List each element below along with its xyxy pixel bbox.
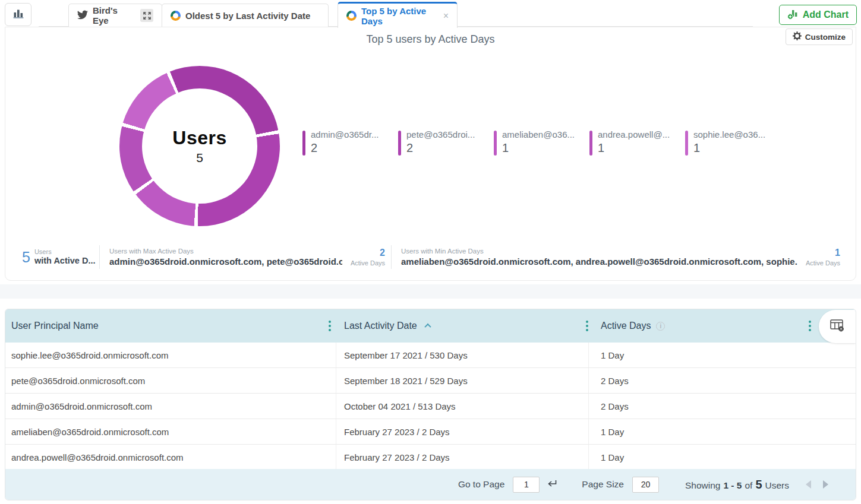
go-arrow-icon[interactable]	[547, 479, 557, 490]
stat-max-number-label: Active Days	[342, 259, 385, 267]
stat-min-active-days: Users with Min Active Days ameliaben@o36…	[392, 248, 849, 267]
legend-item[interactable]: andrea.powell@...1	[589, 129, 685, 156]
table-row[interactable]: pete@o365droid.onmicrosoft.comSeptember …	[5, 368, 856, 394]
stat-min-number-label: Active Days	[797, 259, 840, 267]
column-menu-icon[interactable]	[809, 321, 811, 331]
go-to-page-input[interactable]	[513, 477, 540, 493]
stats-strip: 5 Users with Active D... Users with Max …	[12, 242, 849, 272]
legend-label: andrea.powell@...	[598, 129, 670, 140]
page-size-input[interactable]	[632, 477, 659, 493]
stat-min-label: Users with Min Active Days	[401, 248, 797, 255]
table-cell: sophie.lee@o365droid.onmicrosoft.com	[5, 343, 336, 367]
legend-label: sophie.lee@o36...	[693, 129, 765, 140]
table-header: User Principal Name Last Activity Date A…	[5, 309, 856, 343]
donut-center: Users 5	[142, 88, 257, 204]
chart-title: Top 5 users by Active Days	[5, 33, 856, 46]
legend-item[interactable]: sophie.lee@o36...1	[685, 129, 781, 156]
table-cell: October 04 2021 / 513 Days	[336, 394, 589, 419]
legend-swatch	[589, 131, 592, 156]
legend-item[interactable]: admin@o365dr...2	[302, 129, 398, 156]
table-row[interactable]: andrea.powell@o365droid.onmicrosoft.comF…	[5, 445, 856, 470]
users-table: User Principal Name Last Activity Date A…	[5, 309, 856, 500]
chart-panel: Customize Top 5 users by Active Days Use…	[5, 27, 856, 281]
add-chart-icon	[787, 8, 799, 22]
legend-label: admin@o365dr...	[311, 129, 379, 140]
table-row[interactable]: sophie.lee@o365droid.onmicrosoft.comSept…	[5, 343, 856, 368]
table-cell: February 27 2023 / 2 Days	[336, 445, 589, 470]
close-icon[interactable]: ×	[443, 11, 449, 21]
expand-icon[interactable]	[140, 9, 153, 22]
page-size-label: Page Size	[582, 479, 624, 490]
showing-summary: Showing 1 - 5 of 5 Users	[685, 478, 789, 492]
legend-swatch	[398, 131, 401, 156]
tab-label: Top 5 by Active Days	[361, 6, 436, 26]
table-cell: ameliaben@o365droid.onmicrosoft.com	[5, 419, 336, 444]
stat-min-value: ameliaben@o365droid.onmicrosoft.com, and…	[401, 256, 797, 267]
section-divider	[0, 284, 861, 299]
next-page-icon[interactable]	[823, 480, 828, 489]
stat-min-number: 1	[797, 248, 840, 258]
column-header-active-days[interactable]: Active Days i	[589, 309, 856, 343]
go-to-page-label: Go to Page	[458, 479, 504, 490]
column-settings-button[interactable]	[819, 310, 856, 343]
table-row[interactable]: ameliaben@o365droid.onmicrosoft.comFebru…	[5, 419, 856, 445]
donut-center-label: Users	[172, 127, 226, 149]
legend-label: ameliaben@o36...	[502, 129, 575, 140]
legend-value: 1	[693, 141, 765, 155]
table-cell: 2 Days	[589, 368, 856, 393]
bar-chart-icon	[12, 7, 25, 22]
donut-chart-icon	[346, 11, 357, 21]
table-cell: September 17 2021 / 530 Days	[336, 343, 589, 367]
showing-range: 1 - 5	[723, 480, 742, 491]
table-cell: 1 Day	[589, 419, 856, 444]
previous-page-icon[interactable]	[806, 480, 811, 489]
column-header-last-activity[interactable]: Last Activity Date	[336, 309, 589, 343]
tab-oldest-5[interactable]: Oldest 5 by Last Activity Date	[162, 4, 329, 27]
legend-value: 1	[502, 141, 575, 155]
column-menu-icon[interactable]	[329, 321, 331, 331]
table-cell: September 18 2021 / 529 Days	[336, 368, 589, 393]
table-cell: 2 Days	[589, 394, 856, 419]
info-icon[interactable]: i	[656, 322, 665, 331]
legend-value: 2	[311, 141, 379, 155]
legend-item[interactable]: pete@o365droi...2	[398, 129, 494, 156]
table-cell: 1 Day	[589, 343, 856, 367]
legend-swatch	[494, 131, 497, 156]
stat-max-value: admin@o365droid.onmicrosoft.com, pete@o3…	[109, 256, 342, 267]
tab-top-5-active[interactable]: Top 5 by Active Days ×	[338, 2, 458, 28]
legend-value: 2	[406, 141, 475, 155]
table-body: sophie.lee@o365droid.onmicrosoft.comSept…	[5, 343, 856, 470]
stat-users-count: 5 Users with Active D...	[12, 248, 99, 266]
stat-max-label: Users with Max Active Days	[109, 248, 342, 255]
table-settings-icon	[830, 318, 845, 335]
showing-total: 5	[755, 478, 762, 492]
legend-value: 1	[598, 141, 670, 155]
table-cell: 1 Day	[589, 445, 856, 470]
add-chart-button[interactable]: Add Chart	[779, 5, 857, 25]
legend-swatch	[685, 131, 688, 156]
donut-center-value: 5	[196, 151, 203, 165]
legend-swatch	[302, 131, 305, 156]
sort-asc-icon	[424, 324, 431, 330]
tab-label: Bird's Eye	[93, 5, 135, 26]
stat-users-number: 5	[22, 249, 30, 266]
column-menu-icon[interactable]	[586, 321, 588, 331]
table-cell: andrea.powell@o365droid.onmicrosoft.com	[5, 445, 336, 470]
stat-max-number: 2	[342, 248, 385, 258]
chart-legend: admin@o365dr...2pete@o365droi...2ameliab…	[302, 129, 781, 156]
stat-users-label-bottom: with Active D...	[34, 256, 96, 266]
table-row[interactable]: admin@o365droid.onmicrosoft.comOctober 0…	[5, 394, 856, 419]
legend-item[interactable]: ameliaben@o36...1	[494, 129, 589, 156]
column-header-upn[interactable]: User Principal Name	[5, 309, 336, 343]
tab-label: Oldest 5 by Last Activity Date	[185, 11, 310, 21]
chart-list-button[interactable]	[5, 3, 31, 26]
table-footer: Go to Page Page Size Showing 1 - 5 of 5 …	[5, 469, 856, 500]
table-cell: admin@o365droid.onmicrosoft.com	[5, 394, 336, 419]
bird-icon	[77, 9, 88, 22]
dashboard-page: Bird's Eye Oldest 5 by Last Activity Dat…	[0, 0, 861, 504]
legend-label: pete@o365droi...	[406, 129, 475, 140]
stat-users-label-top: Users	[34, 248, 96, 256]
tab-birds-eye[interactable]: Bird's Eye	[68, 4, 162, 27]
stat-max-active-days: Users with Max Active Days admin@o365dro…	[100, 248, 391, 267]
donut-chart-icon	[171, 11, 181, 21]
